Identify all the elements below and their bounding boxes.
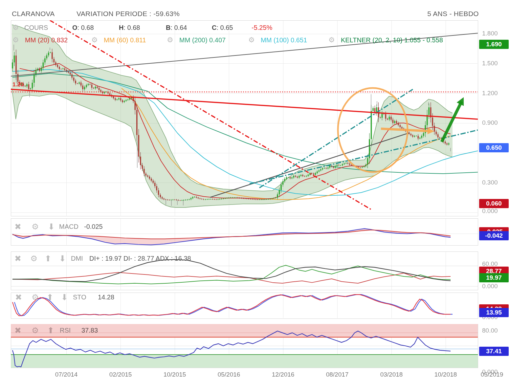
keltner-legend: KELTNER (20, 2, 10) 1.055 - 0.558 [341, 36, 443, 44]
move-down-icon[interactable]: ⬇ [59, 254, 66, 263]
gear-icon[interactable]: ⚙ [328, 36, 335, 44]
move-up-icon[interactable]: ⬆ [47, 326, 54, 335]
gear-icon[interactable]: ⚙ [32, 293, 39, 301]
dmi-title: DMI [71, 255, 83, 262]
open-label: O [72, 24, 78, 31]
axis-price-label: 1.500 [482, 60, 498, 67]
timeframe-label[interactable]: 5 ANS - HEBDO [427, 10, 479, 18]
low-value: B: 0.64 [166, 24, 187, 32]
gear-icon[interactable]: ⚙ [12, 36, 19, 44]
low-level-badge: 0.060 [479, 199, 509, 208]
rsi-axis-top: 80.00 [482, 327, 498, 334]
gear-icon[interactable]: ⚙ [12, 24, 19, 31]
x-axis-label: 03/2018 [380, 371, 403, 378]
series-title: COURS [24, 24, 48, 32]
gear-icon[interactable]: ⚙ [91, 36, 98, 44]
macd-title: MACD [59, 223, 78, 230]
sto-badge: 13.95 [479, 308, 509, 317]
instrument-name: CLARANOVA [12, 10, 55, 18]
x-axis-label: 10/2015 [164, 371, 186, 378]
gear-icon[interactable]: ⚙ [32, 223, 39, 231]
move-down-icon[interactable]: ⬇ [48, 223, 55, 231]
gear-icon[interactable]: ⚙ [248, 36, 255, 44]
change-percent: -5.25% [252, 24, 272, 32]
axis-price-label: 0.900 [482, 119, 498, 126]
x-axis-label: 05/2016 [218, 371, 240, 378]
sto-title: STO [73, 294, 86, 301]
x-axis-label: 05/2019 [481, 371, 503, 378]
price-chart-canvas[interactable] [0, 0, 532, 392]
close-icon[interactable]: ✖ [14, 326, 21, 335]
low-label: B [166, 24, 170, 31]
x-axis-label: 12/2016 [272, 371, 295, 378]
x-axis-label: 02/2015 [109, 371, 132, 378]
high-value: H: 0.68 [119, 24, 140, 32]
x-axis-label: 10/2018 [434, 371, 457, 378]
axis-price-label: 1.800 [482, 30, 498, 37]
mm200-legend: MM (200) 0.407 [179, 36, 226, 44]
close-icon[interactable]: ✖ [14, 254, 21, 263]
high-label: H [119, 24, 123, 31]
mm60-legend: MM (60) 0.811 [104, 36, 146, 44]
close-icon[interactable]: ✖ [15, 293, 22, 301]
price-level-label: 1.20 [12, 81, 23, 88]
dmi-di-plus-badge: 19.97 [479, 273, 509, 282]
dmi-axis-bottom: 0.000 [482, 283, 498, 290]
axis-price-label: 0.300 [482, 179, 498, 186]
axis-price-label: 1.200 [482, 90, 498, 97]
open-value: O: 0.68 [72, 24, 94, 32]
move-down-icon[interactable]: ⬇ [61, 293, 68, 301]
rsi-title: RSI [60, 327, 71, 334]
gear-icon[interactable]: ⚙ [32, 326, 39, 335]
x-axis-label: 07/2014 [55, 371, 78, 378]
close-label: C [212, 24, 216, 31]
macd-value: -0.025 [84, 223, 103, 230]
period-variation: VARIATION PERIODE : -59.63% [77, 10, 180, 18]
macd-badge: -0.042 [479, 231, 509, 240]
mm100-legend: MM (100) 0.651 [261, 36, 307, 44]
close-icon[interactable]: ✖ [14, 223, 21, 231]
gear-icon[interactable]: ⚙ [30, 254, 37, 263]
axis-price-label: 0.000 [482, 207, 498, 215]
move-up-icon[interactable]: ⬆ [45, 254, 52, 263]
last-price-badge: 0.650 [479, 143, 509, 152]
sto-value: 14.28 [98, 294, 114, 301]
rsi-value: 37.83 [81, 327, 98, 334]
close-value: C: 0.65 [212, 24, 233, 32]
gear-icon[interactable]: ⚙ [167, 36, 173, 44]
move-up-icon[interactable]: ⬆ [47, 293, 54, 301]
alert-level-badge: 1.690 [479, 40, 509, 49]
mm20-legend: MM (20) 0.832 [25, 36, 68, 44]
chart-application: CLARANOVA VARIATION PERIODE : -59.63% 5 … [0, 0, 532, 392]
rsi-badge: 37.41 [479, 347, 509, 356]
dmi-values: DI+ : 19.97 DI- : 28.77 ADX : 16.38 [89, 255, 191, 262]
x-axis-label: 08/2017 [326, 371, 349, 378]
